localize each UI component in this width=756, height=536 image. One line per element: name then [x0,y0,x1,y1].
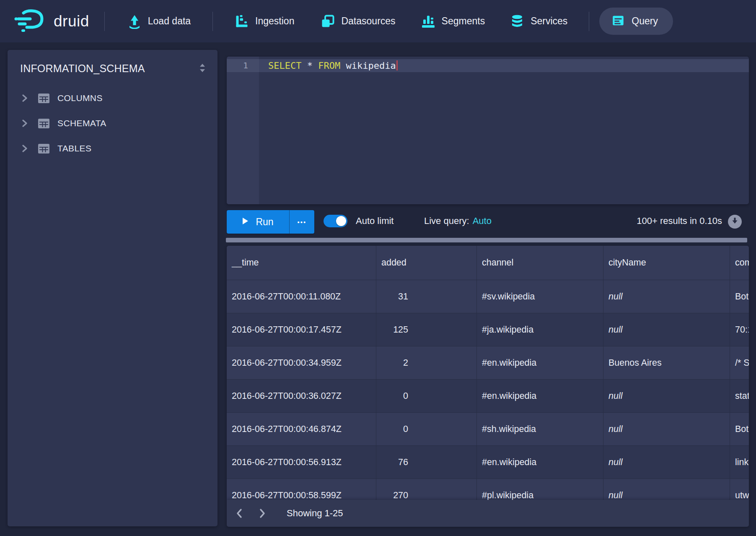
nav-item-label: Query [632,16,658,27]
upload-icon [127,14,142,29]
table-row: 2016-06-27T00:00:17.457Z 125 #ja.wikiped… [227,313,749,346]
druid-console: druid Load data [0,0,756,536]
previous-page-button[interactable] [233,505,245,522]
druid-logo[interactable]: druid [14,9,89,34]
schema-header: INFORMATION_SCHEMA [8,50,217,75]
brand-name: druid [54,13,89,30]
live-query: Live query:Auto [424,216,492,226]
tree-item-schemata[interactable]: SCHEMATA [8,111,217,136]
code-line-content: SELECT * FROM wikipedia [268,60,396,71]
column-header-comment[interactable]: comment [730,246,749,280]
tree-item-label: SCHEMATA [57,118,106,128]
query-editor[interactable]: 1 SELECT * FROM wikipedia [227,57,749,204]
schema-sidebar: INFORMATION_SCHEMA COLUMNS [8,50,217,526]
table-row: 2016-06-27T00:00:36.027Z 0 #en.wikipedia… [227,380,749,413]
chevron-right-icon[interactable] [21,94,28,102]
results-summary: 100+ results in 0.10s [637,216,722,226]
schema-tree: COLUMNS SCHEMATA TABLES [8,86,217,161]
results-panel: __time added channel cityName comment 20… [227,246,749,527]
cell-comment: stat [730,380,749,413]
table-row: 2016-06-27T00:00:46.874Z 0 #sh.wikipedia… [227,413,749,446]
column-header-added[interactable]: added [376,246,477,280]
download-button[interactable] [728,215,742,229]
nav-item-label: Datasources [341,16,395,27]
nav-divider [104,12,105,31]
play-icon [242,217,249,226]
editor-gutter [227,57,259,204]
download-icon [731,217,739,226]
cell-cityname: null [603,280,730,313]
cell-added: 0 [376,413,477,446]
nav-item-label: Segments [442,16,485,27]
cell-added: 76 [376,446,477,479]
run-button-label: Run [256,216,273,228]
live-query-value[interactable]: Auto [473,216,492,226]
schema-title: INFORMATION_SCHEMA [20,62,145,75]
results-rows: 2016-06-27T00:00:11.080Z 31 #sv.wikipedi… [227,280,749,512]
cell-cityname: Buenos Aires [603,346,730,380]
tree-item-tables[interactable]: TABLES [8,136,217,161]
sql-input[interactable]: SELECT * FROM wikipedia [268,59,398,72]
showing-range-label: Showing 1-25 [287,508,343,519]
next-page-button[interactable] [256,505,269,522]
cell-time: 2016-06-27T00:00:34.959Z [227,346,376,380]
nav-item-label: Services [531,16,567,27]
cell-comment: Bot [730,413,749,446]
column-header-channel[interactable]: channel [477,246,603,280]
nav-divider [212,12,213,31]
cell-channel: #sv.wikipedia [477,280,603,313]
chevron-right-icon[interactable] [21,144,28,153]
chevron-right-icon[interactable] [21,119,28,127]
nav-item-label: Load data [148,16,191,27]
tree-item-label: TABLES [57,143,91,154]
table-icon [38,144,49,154]
double-caret-vertical-icon[interactable] [198,63,207,75]
cell-added: 0 [376,380,477,413]
cell-cityname: null [603,446,730,479]
table-row: 2016-06-27T00:00:56.913Z 76 #en.wikipedi… [227,446,749,479]
ingestion-chart-icon [234,14,249,29]
tree-item-label: COLUMNS [57,93,103,103]
cell-comment: /* Sp [730,346,749,380]
live-query-label: Live query: [424,216,469,226]
results-header-row: __time added channel cityName comment [227,246,749,280]
cell-time: 2016-06-27T00:00:56.913Z [227,446,376,479]
cell-comment: link [730,446,749,479]
cell-comment: Bot [730,280,749,313]
table-row: 2016-06-27T00:00:11.080Z 31 #sv.wikipedi… [227,280,749,313]
tree-item-columns[interactable]: COLUMNS [8,86,217,111]
cell-cityname: null [603,380,730,413]
cell-channel: #en.wikipedia [477,380,603,413]
nav-divider [589,12,589,31]
cell-added: 31 [376,280,477,313]
nav-item-segments[interactable]: Segments [421,14,485,29]
database-icon [510,14,525,29]
run-button[interactable]: Run [227,210,289,234]
auto-limit-label[interactable]: Auto limit [356,216,394,226]
cell-added: 125 [376,313,477,346]
console-icon [611,13,625,29]
nav-item-query-active[interactable]: Query [599,8,673,35]
column-header-cityname[interactable]: cityName [603,246,730,280]
datasources-icon [320,14,335,29]
nav-item-load-data[interactable]: Load data [127,14,191,29]
horizontal-scrollbar[interactable] [226,238,747,242]
nav-item-datasources[interactable]: Datasources [320,14,395,29]
nav-item-services[interactable]: Services [510,14,567,29]
cell-time: 2016-06-27T00:00:46.874Z [227,413,376,446]
nav-item-label: Ingestion [255,16,294,27]
cell-cityname: null [603,413,730,446]
column-header-time[interactable]: __time [227,246,376,280]
auto-limit-toggle[interactable] [324,215,347,227]
segments-bars-icon [421,14,436,29]
run-more-button[interactable]: ••• [290,210,314,234]
cell-added: 2 [376,346,477,380]
nav-item-ingestion[interactable]: Ingestion [234,14,294,29]
cell-channel: #en.wikipedia [477,346,603,380]
cell-channel: #ja.wikipedia [477,313,603,346]
cell-comment: 70:1 [730,313,749,346]
text-cursor [396,60,398,70]
table-icon [38,119,49,128]
editor-line-number: 1 [227,59,259,72]
druid-logo-icon [14,9,49,34]
